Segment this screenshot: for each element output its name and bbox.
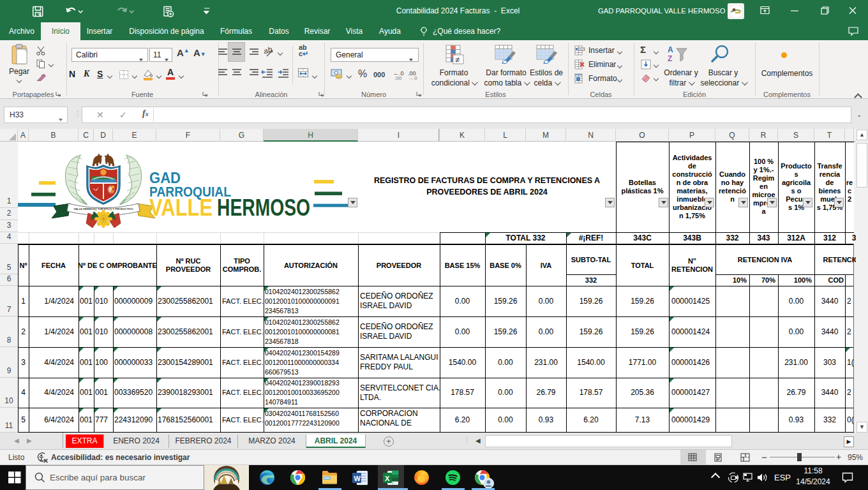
svg-text:.00: .00 — [394, 75, 402, 80]
svg-text:≠: ≠ — [455, 55, 460, 64]
svg-text:HERMOSO: HERMOSO — [217, 195, 310, 221]
svg-text:X: X — [385, 475, 390, 482]
svg-text:A: A — [668, 45, 673, 54]
svg-text:Z: Z — [668, 54, 672, 63]
svg-text:W: W — [354, 475, 361, 482]
svg-text:VALLE: VALLE — [149, 195, 213, 221]
svg-text:→.0: →.0 — [408, 75, 417, 80]
